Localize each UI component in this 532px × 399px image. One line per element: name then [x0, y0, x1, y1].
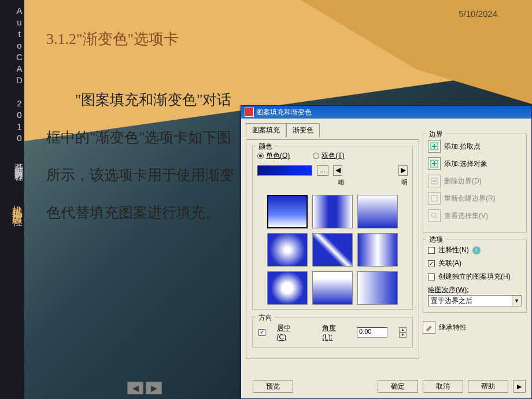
angle-label: 角度(L): — [322, 323, 345, 341]
radio-two-color[interactable] — [313, 153, 319, 159]
direction-legend: 方向 — [256, 313, 275, 323]
expand-button[interactable]: ▶ — [513, 380, 526, 393]
dialog-title-bar[interactable]: 图案填充和渐变色 — [241, 106, 531, 119]
gradient-swatch-4[interactable] — [267, 233, 308, 267]
slider-left[interactable]: ◀ — [333, 165, 342, 176]
recreate-boundary-button — [428, 192, 441, 205]
tab-hatch[interactable]: 图案填充 — [246, 123, 286, 138]
add-select-objects-button[interactable] — [428, 157, 441, 170]
svg-rect-3 — [431, 195, 437, 201]
eyedropper-icon — [425, 323, 433, 331]
associative-label: 关联(A) — [438, 258, 461, 268]
separate-checkbox[interactable] — [428, 274, 435, 280]
info-icon[interactable]: i — [472, 246, 481, 254]
annotative-checkbox[interactable] — [428, 247, 435, 254]
color-picker-button[interactable]: ... — [317, 165, 328, 176]
draw-order-label: 绘图次序(W): — [428, 285, 522, 295]
centered-label: 居中(C) — [277, 323, 300, 341]
plus-icon — [430, 142, 438, 150]
book-title: AutoCAD 2010 基础与实例教程 — [0, 0, 24, 168]
associative-checkbox[interactable] — [428, 260, 435, 267]
remove-boundary-label: 删除边界(D) — [444, 176, 482, 186]
gradient-swatch-3[interactable] — [357, 195, 398, 228]
inherit-label: 继承特性 — [439, 323, 467, 332]
remove-boundary-button — [428, 175, 441, 187]
tab-gradient[interactable]: 渐变色 — [286, 123, 320, 138]
gradient-swatch-8[interactable] — [312, 271, 353, 305]
gradient-swatch-5[interactable] — [312, 233, 353, 267]
gradient-swatch-1[interactable] — [267, 195, 308, 228]
add-select-label: 添加:选择对象 — [444, 159, 487, 169]
recreate-boundary-label: 重新创建边界(R) — [444, 194, 496, 204]
hatch-gradient-dialog: 图案填充和渐变色 图案填充 渐变色 颜色 单色(O) — [241, 105, 532, 399]
separate-label: 创建独立的图案填充(H) — [438, 272, 511, 282]
remove-icon — [430, 177, 438, 185]
page-title: 3.1.2"渐变色"选项卡 — [46, 29, 179, 49]
magnifier-icon — [430, 212, 438, 220]
gradient-swatch-9[interactable] — [357, 271, 398, 305]
inherit-properties-button[interactable] — [423, 321, 435, 334]
color-legend: 颜色 — [256, 142, 275, 152]
plus-icon — [430, 160, 438, 168]
boundary-legend: 边界 — [427, 130, 445, 139]
view-selection-label: 查看选择集(V) — [444, 211, 488, 221]
gradient-swatch-6[interactable] — [357, 233, 398, 267]
one-color-label: 单色(O) — [266, 151, 290, 161]
sidebar: AutoCAD 2010 基础与实例教程 机械工业出版社 — [0, 0, 24, 399]
help-button[interactable]: 帮助 — [468, 380, 508, 393]
draw-order-combo[interactable]: 置于边界之后 ▼ — [428, 295, 522, 306]
dialog-title: 图案填充和渐变色 — [256, 108, 312, 117]
angle-down[interactable]: ▼ — [399, 332, 407, 338]
next-button[interactable]: ▶ — [146, 382, 162, 394]
add-pick-points-button[interactable] — [428, 140, 441, 153]
publisher: 机械工业出版社 — [0, 191, 24, 209]
add-pick-label: 添加:拾取点 — [444, 142, 481, 152]
options-legend: 选项 — [427, 235, 445, 245]
chevron-down-icon: ▼ — [512, 295, 521, 306]
draw-order-value: 置于边界之后 — [431, 296, 472, 306]
dark-label: 暗 — [338, 178, 345, 187]
preview-button[interactable]: 预览 — [253, 380, 293, 393]
gradient-swatch-2[interactable] — [312, 195, 353, 228]
prev-button[interactable]: ◀ — [127, 382, 143, 394]
slider-right[interactable]: ▶ — [398, 165, 408, 176]
svg-point-4 — [431, 213, 436, 217]
gradient-swatch-7[interactable] — [267, 271, 308, 305]
color-swatch[interactable] — [257, 165, 312, 176]
radio-one-color[interactable] — [257, 153, 264, 159]
centered-checkbox[interactable] — [258, 329, 265, 336]
annotative-label: 注释性(N) — [438, 245, 469, 255]
date: 5/10/2024 — [459, 9, 497, 19]
recreate-icon — [430, 194, 438, 202]
ok-button[interactable]: 确定 — [378, 380, 418, 393]
view-selection-button — [428, 209, 441, 222]
cancel-button[interactable]: 取消 — [423, 380, 463, 393]
body-text: "图案填充和渐变色"对话框中的"渐变色"选项卡如下图所示，该选项卡用于使用渐变色… — [46, 81, 243, 231]
two-color-label: 双色(T) — [322, 151, 344, 161]
light-label: 明 — [401, 178, 408, 187]
angle-input[interactable]: 0.00 — [357, 327, 387, 338]
angle-up[interactable]: ▲ — [399, 327, 407, 332]
